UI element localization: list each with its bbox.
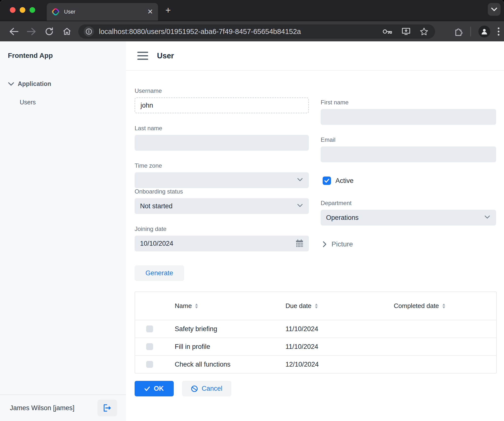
active-label[interactable]: Active	[335, 177, 354, 185]
due-date-cell: 11/10/2024	[282, 343, 390, 351]
reload-icon	[45, 27, 54, 36]
chevron-down-icon	[297, 178, 303, 181]
task-name-cell: Safety briefing	[171, 325, 282, 333]
browser-window: User ✕ +	[0, 0, 504, 421]
logout-icon	[103, 404, 112, 412]
sort-icon	[195, 303, 198, 309]
profile-avatar-icon[interactable]	[478, 26, 490, 37]
url-text: localhost:8080/users/01951952-aba6-7f49-…	[99, 28, 382, 36]
forward-button[interactable]	[25, 21, 38, 42]
username-label: Username	[135, 87, 309, 94]
check-icon	[324, 179, 329, 183]
onboarding-status-label: Onboarding status	[135, 188, 309, 195]
department-label: Department	[321, 200, 496, 207]
tab-title: User	[64, 9, 147, 15]
cancel-button[interactable]: Cancel	[182, 381, 231, 396]
username-field[interactable]: john	[135, 97, 309, 113]
last-name-label: Last name	[135, 125, 309, 132]
table-header-row: Name Due date Completed da	[135, 292, 496, 320]
picture-section-label: Picture	[331, 240, 353, 248]
row-checkbox[interactable]	[146, 343, 153, 350]
url-bar[interactable]: localhost:8080/users/01951952-aba6-7f49-…	[78, 24, 435, 39]
department-select[interactable]: Operations	[321, 210, 496, 226]
view-header: User	[126, 41, 504, 71]
ok-button[interactable]: OK	[135, 381, 174, 396]
chevron-down-icon	[484, 215, 490, 219]
sidebar-item-users[interactable]: Users	[6, 96, 120, 109]
last-name-field[interactable]	[135, 135, 309, 151]
tasks-table: Name Due date Completed da	[135, 291, 497, 373]
email-label: Email	[321, 136, 496, 143]
user-form: Username john First name Last name Email	[126, 71, 504, 396]
bookmark-star-icon[interactable]	[420, 28, 428, 35]
table-row[interactable]: Safety briefing 11/10/2024	[135, 320, 496, 338]
home-icon	[63, 27, 71, 36]
column-header-due-date[interactable]: Due date	[282, 302, 390, 310]
chevron-down-icon	[491, 7, 497, 11]
email-field[interactable]	[321, 146, 496, 162]
chevron-down-icon	[297, 204, 303, 207]
picture-section-toggle[interactable]: Picture	[323, 240, 496, 248]
first-name-label: First name	[321, 99, 496, 106]
table-row[interactable]: Check all functions 12/10/2024	[135, 355, 496, 373]
forward-icon	[27, 28, 36, 35]
active-checkbox[interactable]	[323, 177, 331, 185]
browser-tab[interactable]: User ✕	[47, 3, 158, 21]
page-title: User	[157, 51, 174, 60]
close-window-button[interactable]	[10, 7, 16, 13]
install-app-icon[interactable]	[402, 28, 410, 35]
column-header-completed-date[interactable]: Completed date	[390, 302, 496, 310]
new-tab-button[interactable]: +	[165, 5, 171, 15]
sort-icon	[442, 303, 446, 309]
chevron-right-icon	[323, 241, 327, 247]
column-header-name[interactable]: Name	[171, 302, 282, 310]
ban-icon	[191, 385, 198, 392]
info-icon	[86, 28, 92, 35]
current-user-label: James Wilson [james]	[10, 404, 97, 412]
row-checkbox[interactable]	[146, 325, 153, 332]
task-name-cell: Fill in profile	[171, 343, 282, 351]
hamburger-menu-icon[interactable]	[137, 52, 148, 60]
extensions-icon[interactable]	[454, 27, 463, 36]
due-date-cell: 12/10/2024	[282, 361, 390, 368]
logout-button[interactable]	[97, 400, 117, 416]
table-row[interactable]: Fill in profile 11/10/2024	[135, 338, 496, 355]
first-name-field[interactable]	[321, 109, 496, 125]
due-date-cell: 11/10/2024	[282, 325, 390, 333]
sidebar: Frontend App Application Users James Wil…	[0, 41, 126, 421]
toolbar-separator	[470, 27, 471, 36]
zoom-window-button[interactable]	[30, 7, 35, 13]
time-zone-select[interactable]	[135, 172, 309, 188]
back-icon	[9, 28, 18, 35]
sidebar-item-application[interactable]: Application	[6, 78, 120, 89]
sidebar-section-label: Application	[18, 80, 51, 87]
tab-search-button[interactable]	[488, 3, 501, 16]
home-button[interactable]	[60, 21, 74, 42]
browser-toolbar: localhost:8080/users/01951952-aba6-7f49-…	[0, 21, 504, 41]
password-key-icon[interactable]	[382, 28, 392, 35]
window-controls	[10, 7, 35, 13]
calendar-icon[interactable]	[296, 239, 303, 248]
app-title: Frontend App	[0, 41, 126, 60]
chevron-down-icon	[8, 82, 14, 86]
menu-kebab-icon[interactable]	[498, 27, 500, 36]
time-zone-label: Time zone	[135, 162, 309, 169]
onboarding-status-select[interactable]: Not started	[135, 198, 309, 214]
check-icon	[144, 387, 150, 391]
joining-date-field[interactable]: 10/10/2024	[135, 236, 309, 251]
task-name-cell: Check all functions	[171, 361, 282, 368]
reload-button[interactable]	[42, 21, 56, 42]
row-checkbox[interactable]	[146, 361, 153, 368]
tab-strip: User ✕ +	[0, 0, 504, 21]
joining-date-label: Joining date	[135, 226, 309, 232]
sort-icon	[315, 303, 318, 309]
tab-close-icon[interactable]: ✕	[147, 8, 153, 15]
sidebar-footer: James Wilson [james]	[0, 394, 126, 421]
minimize-window-button[interactable]	[20, 7, 25, 13]
site-info-button[interactable]	[84, 26, 94, 37]
back-button[interactable]	[7, 21, 21, 42]
generate-button[interactable]: Generate	[135, 265, 184, 281]
jmix-favicon-icon	[52, 8, 60, 16]
